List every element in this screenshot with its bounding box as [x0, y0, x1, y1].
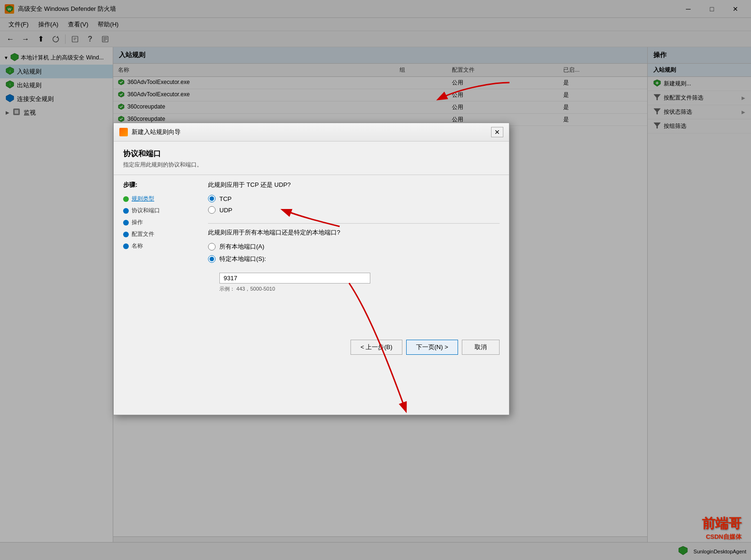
next-button[interactable]: 下一页(N) >	[406, 340, 458, 355]
step-dot-action	[123, 220, 129, 226]
dialog-close-button[interactable]: ✕	[491, 127, 503, 137]
step-dot-protocol	[123, 208, 129, 214]
dialog-title-bar: 新建入站规则向导 ✕	[114, 123, 509, 142]
dialog-title: 新建入站规则向导	[132, 128, 181, 136]
steps-label: 步骤:	[123, 181, 199, 189]
cancel-button[interactable]: 取消	[462, 340, 500, 355]
specific-ports-label: 特定本地端口(S):	[219, 255, 266, 263]
step-dot-rule-type	[123, 196, 129, 202]
step-label-rule-type[interactable]: 规则类型	[132, 195, 154, 203]
port-radio-group: 所有本地端口(A) 特定本地端口(S):	[208, 242, 500, 263]
prev-button[interactable]: < 上一步(B)	[350, 340, 402, 355]
wizard-dialog: 新建入站规则向导 ✕ 协议和端口 指定应用此规则的协议和端口。 步骤: 规则类型…	[113, 123, 509, 415]
dialog-content: 此规则应用于 TCP 还是 UDP? TCP UDP 此规则应用于所有本地端口还…	[208, 181, 500, 293]
specific-ports-radio[interactable]	[208, 255, 216, 263]
step-label-name: 名称	[132, 242, 143, 250]
step-label-protocol: 协议和端口	[132, 207, 160, 215]
step-dot-profile	[123, 232, 129, 237]
watermark-text: 前端哥	[702, 515, 742, 533]
all-ports-radio[interactable]	[208, 243, 216, 251]
tcp-label: TCP	[219, 195, 232, 202]
dialog-footer: < 上一步(B) 下一页(N) > 取消	[114, 330, 509, 364]
step-action: 操作	[123, 217, 199, 228]
specific-ports-option: 特定本地端口(S):	[208, 255, 500, 263]
modal-overlay: 新建入站规则向导 ✕ 协议和端口 指定应用此规则的协议和端口。 步骤: 规则类型…	[0, 0, 751, 560]
port-example-label: 示例：	[219, 286, 235, 292]
port-example: 示例： 443，5000-5010	[219, 285, 500, 293]
step-label-action: 操作	[132, 218, 143, 226]
dialog-title-left: 新建入站规则向导	[119, 128, 181, 136]
dialog-subheading: 指定应用此规则的协议和端口。	[114, 161, 509, 175]
step-dot-name	[123, 243, 129, 249]
udp-label: UDP	[219, 207, 232, 214]
dialog-heading: 协议和端口	[114, 142, 509, 161]
protocol-radio-group: TCP UDP	[208, 195, 500, 214]
step-rule-type: 规则类型	[123, 193, 199, 205]
udp-option: UDP	[208, 206, 500, 214]
port-input-area: 示例： 443，5000-5010	[219, 273, 500, 293]
watermark-site: CSDN自媒体	[702, 533, 742, 541]
port-example-value: 443，5000-5010	[236, 286, 275, 292]
tcp-option: TCP	[208, 195, 500, 202]
tcp-radio[interactable]	[208, 195, 216, 202]
section-divider-1	[208, 223, 500, 224]
all-ports-option: 所有本地端口(A)	[208, 242, 500, 251]
step-protocol-port: 协议和端口	[123, 205, 199, 217]
step-name: 名称	[123, 240, 199, 252]
step-label-profile: 配置文件	[132, 230, 154, 238]
dialog-icon	[119, 128, 128, 136]
protocol-question: 此规则应用于 TCP 还是 UDP?	[208, 181, 500, 189]
step-profile: 配置文件	[123, 228, 199, 240]
port-question: 此规则应用于所有本地端口还是特定的本地端口?	[208, 228, 500, 237]
wizard-steps: 步骤: 规则类型 协议和端口 操作 配置文件	[123, 181, 199, 293]
port-input[interactable]	[219, 273, 370, 284]
dialog-body: 步骤: 规则类型 协议和端口 操作 配置文件	[114, 181, 509, 293]
udp-radio[interactable]	[208, 206, 216, 214]
all-ports-label: 所有本地端口(A)	[219, 242, 264, 251]
watermark: 前端哥 CSDN自媒体	[702, 515, 742, 541]
